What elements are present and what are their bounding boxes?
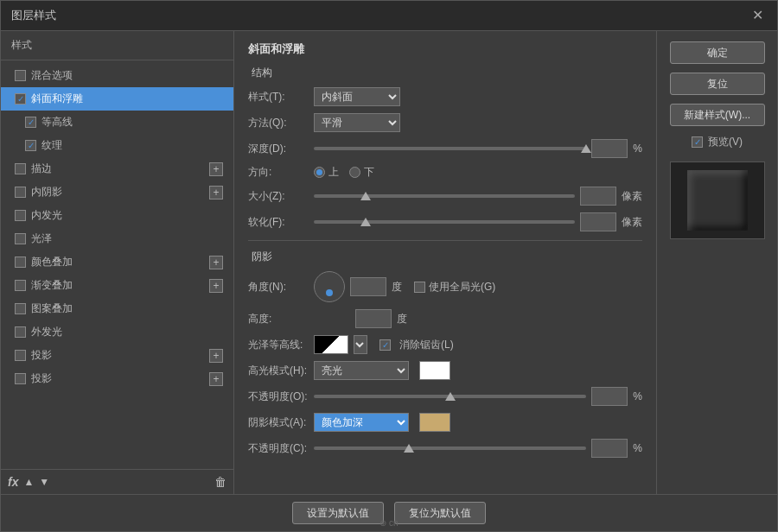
- shadow-opacity-unit: %: [633, 442, 642, 454]
- layer-item-pattern-overlay[interactable]: 图案叠加: [1, 297, 233, 320]
- style-select[interactable]: 外斜面内斜面浮雕效果枕状浮雕描边浮雕: [314, 87, 400, 106]
- antialias-checkbox[interactable]: [379, 339, 391, 351]
- highlight-opacity-input[interactable]: 50: [591, 387, 628, 406]
- layer-plus-inner-shadow[interactable]: +: [209, 186, 223, 200]
- layer-checkbox-blend-options[interactable]: [15, 70, 26, 81]
- layer-plus-color-overlay[interactable]: +: [209, 256, 223, 269]
- soften-slider-container[interactable]: [314, 216, 575, 228]
- shadow-title: 阴影: [252, 250, 642, 264]
- layer-checkbox-drop-shadow2[interactable]: [15, 373, 26, 384]
- altitude-unit: 度: [397, 312, 407, 326]
- shadow-mode-row: 阴影模式(A): 正常溶解正片叠底颜色加深叠加: [248, 413, 642, 432]
- size-row: 大小(Z): 7 像素: [248, 187, 642, 206]
- set-default-button[interactable]: 设置为默认值: [292, 502, 384, 524]
- layer-item-outer-glow[interactable]: 外发光: [1, 320, 233, 344]
- center-panel: 斜面和浮雕 结构 样式(T): 外斜面内斜面浮雕效果枕状浮雕描边浮雕 方法(Q)…: [234, 31, 656, 494]
- layer-plus-drop-shadow2[interactable]: +: [209, 372, 223, 386]
- gloss-preview[interactable]: [314, 335, 348, 354]
- layer-item-contour[interactable]: 等高线: [1, 111, 233, 134]
- preview-label-row: 预览(V): [692, 135, 743, 149]
- global-light-option[interactable]: 使用全局光(G): [414, 280, 495, 294]
- shadow-opacity-input[interactable]: 35: [591, 439, 628, 458]
- move-down-button[interactable]: ▼: [39, 476, 49, 488]
- depth-label: 深度(D):: [248, 142, 309, 156]
- dialog-title: 图层样式: [11, 8, 56, 23]
- layer-checkbox-gradient-overlay[interactable]: [15, 280, 26, 291]
- soften-slider-track: [314, 220, 575, 224]
- depth-slider-container[interactable]: [314, 142, 586, 155]
- direction-down-radio[interactable]: [349, 167, 360, 178]
- depth-input[interactable]: 100: [591, 139, 628, 158]
- highlight-mode-select[interactable]: 正常溶解正片叠底亮光叠加强光: [314, 361, 409, 380]
- layer-checkbox-pattern-overlay[interactable]: [15, 303, 26, 314]
- layer-label-blend-options: 混合选项: [31, 68, 73, 83]
- new-style-button[interactable]: 新建样式(W)...: [670, 104, 765, 126]
- layer-checkbox-inner-glow[interactable]: [15, 210, 26, 221]
- layer-item-color-overlay[interactable]: 颜色叠加+: [1, 250, 233, 274]
- right-panel: 确定 复位 新建样式(W)... 预览(V): [656, 31, 777, 494]
- layer-item-inner-shadow[interactable]: 内阴影+: [1, 180, 233, 204]
- layer-item-drop-shadow2[interactable]: 投影+: [1, 367, 233, 390]
- layer-label-contour: 等高线: [41, 115, 73, 130]
- fx-button[interactable]: fx: [8, 475, 18, 489]
- size-slider-thumb: [360, 192, 371, 200]
- layer-plus-drop-shadow1[interactable]: +: [209, 349, 223, 363]
- layer-checkbox-drop-shadow1[interactable]: [15, 350, 26, 361]
- reset-default-button[interactable]: 复位为默认值: [394, 502, 486, 524]
- angle-unit: 度: [392, 280, 402, 294]
- layer-plus-stroke[interactable]: +: [209, 162, 223, 176]
- layer-item-gradient-overlay[interactable]: 渐变叠加+: [1, 274, 233, 297]
- layer-item-stroke[interactable]: 描边+: [1, 157, 233, 180]
- layer-label-pattern-overlay: 图案叠加: [31, 301, 73, 316]
- layer-item-bevel-emboss[interactable]: 斜面和浮雕: [1, 87, 233, 111]
- layer-item-texture[interactable]: 纹理: [1, 134, 233, 157]
- reset-button[interactable]: 复位: [670, 73, 765, 95]
- layer-checkbox-outer-glow[interactable]: [15, 326, 26, 338]
- layer-checkbox-bevel-emboss[interactable]: [15, 93, 26, 104]
- layer-checkbox-inner-shadow[interactable]: [15, 187, 26, 198]
- global-light-label: 使用全局光(G): [429, 280, 495, 294]
- size-slider-container[interactable]: [314, 190, 575, 202]
- method-select[interactable]: 平滑雕刻清晰雕刻柔和: [314, 113, 400, 132]
- layer-plus-gradient-overlay[interactable]: +: [209, 279, 223, 293]
- layer-item-blend-options[interactable]: 混合选项: [1, 64, 233, 87]
- preview-checkbox[interactable]: [692, 136, 703, 148]
- angle-input[interactable]: 85: [350, 277, 386, 296]
- delete-button[interactable]: 🗑: [214, 475, 226, 489]
- shadow-opacity-thumb: [404, 444, 414, 453]
- shadow-opacity-label: 不透明度(C):: [248, 441, 309, 456]
- shadow-mode-select[interactable]: 正常溶解正片叠底颜色加深叠加: [314, 413, 409, 432]
- confirm-button[interactable]: 确定: [670, 41, 765, 64]
- altitude-input[interactable]: 26: [355, 309, 392, 328]
- highlight-opacity-slider[interactable]: [314, 390, 586, 402]
- layer-label-bevel-emboss: 斜面和浮雕: [31, 92, 83, 106]
- layer-label-inner-shadow: 内阴影: [31, 185, 62, 200]
- direction-up-radio[interactable]: [314, 167, 325, 178]
- layer-style-dialog: 图层样式 ✕ 样式 混合选项斜面和浮雕等高线纹理描边+内阴影+内发光光泽颜色叠加…: [0, 0, 778, 532]
- gloss-select[interactable]: [354, 335, 367, 354]
- style-label: 样式(T):: [248, 90, 309, 104]
- layer-checkbox-satin[interactable]: [15, 233, 26, 244]
- move-up-button[interactable]: ▲: [23, 476, 34, 488]
- layer-item-inner-glow[interactable]: 内发光: [1, 204, 233, 227]
- direction-down-label: 下: [364, 165, 374, 180]
- soften-input[interactable]: 7: [580, 212, 616, 231]
- layer-checkbox-texture[interactable]: [25, 140, 36, 151]
- close-button[interactable]: ✕: [749, 9, 767, 22]
- angle-widget[interactable]: [314, 271, 345, 302]
- left-bottom-toolbar: fx ▲ ▼ 🗑: [1, 469, 233, 494]
- layer-item-drop-shadow1[interactable]: 投影+: [1, 344, 233, 367]
- layer-item-satin[interactable]: 光泽: [1, 227, 233, 250]
- highlight-color-swatch[interactable]: [419, 361, 450, 380]
- direction-up-option[interactable]: 上: [314, 165, 339, 180]
- global-light-checkbox[interactable]: [414, 282, 425, 293]
- direction-down-option[interactable]: 下: [349, 165, 374, 180]
- shadow-opacity-slider[interactable]: [314, 442, 586, 454]
- layer-checkbox-contour[interactable]: [25, 117, 36, 128]
- method-row: 方法(Q): 平滑雕刻清晰雕刻柔和: [248, 113, 642, 132]
- layer-checkbox-color-overlay[interactable]: [15, 256, 26, 268]
- shadow-color-swatch[interactable]: [419, 413, 450, 432]
- size-input[interactable]: 7: [580, 187, 616, 206]
- layer-checkbox-stroke[interactable]: [15, 163, 26, 174]
- layer-label-gradient-overlay: 渐变叠加: [31, 278, 73, 293]
